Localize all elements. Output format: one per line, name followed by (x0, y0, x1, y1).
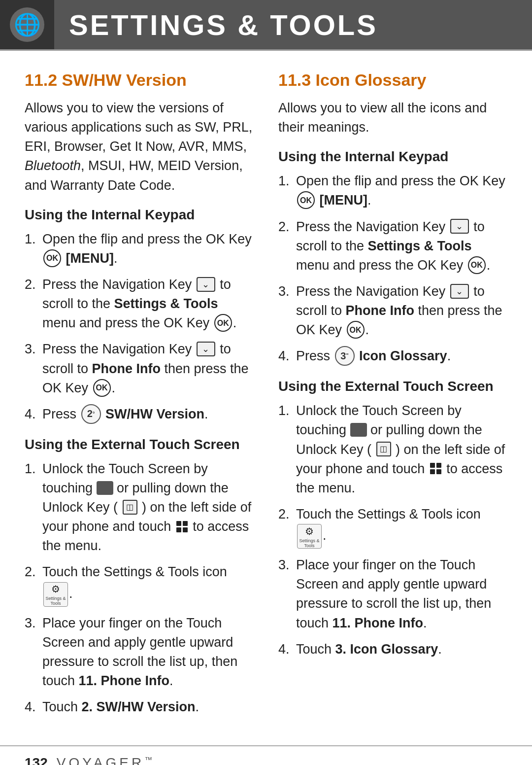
nav-key-icon: ⌄ (450, 219, 469, 234)
list-item: 2. Press the Navigation Key ⌄ to scroll … (278, 217, 507, 275)
list-item: 1. Open the flip and press the OK Key OK… (25, 230, 254, 268)
list-item: 1. Unlock the Touch Screen by touching o… (25, 459, 254, 556)
internal-keypad-list-left: 1. Open the flip and press the OK Key OK… (25, 230, 254, 425)
list-item: 3. Press the Navigation Key ⌄ to scroll … (278, 282, 507, 340)
main-content: 11.2 SW/HW Version Allows you to view th… (0, 51, 532, 765)
internal-keypad-heading-right: Using the Internal Keypad (278, 149, 507, 165)
unlock-key-icon: ◫ (376, 442, 391, 456)
settings-tools-icon: ⚙Settings &Tools (43, 582, 68, 607)
ok-icon: OK (347, 321, 365, 339)
header-title-box: SETTINGS & TOOLS (54, 0, 532, 49)
num2-key-icon: 2° (81, 404, 101, 424)
settings-tools-icon: ⚙Settings &Tools (297, 524, 322, 549)
external-touch-heading-left: Using the External Touch Screen (25, 437, 254, 452)
internal-keypad-list-right: 1. Open the flip and press the OK Key OK… (278, 172, 507, 367)
external-touch-heading-right: Using the External Touch Screen (278, 379, 507, 394)
nav-key-icon: ⌄ (197, 277, 215, 292)
right-column: 11.3 Icon Glossary Allows you to view al… (278, 70, 507, 727)
brand-name: VOYAGER™ (57, 755, 155, 765)
page-title: SETTINGS & TOOLS (69, 8, 378, 41)
list-item: 2. Press the Navigation Key ⌄ to scroll … (25, 275, 254, 333)
touch-icon (350, 423, 367, 437)
list-item: 1. Open the flip and press the OK Key OK… (278, 172, 507, 210)
grid-icon (430, 463, 441, 474)
list-item: 4. Touch 3. Icon Glossary. (278, 640, 507, 659)
unlock-key-icon: ◫ (123, 500, 137, 515)
italic-bluetooth: Bluetooth (25, 158, 81, 173)
section-heading-left: 11.2 SW/HW Version (25, 70, 254, 90)
list-item: 3. Place your finger on the Touch Screen… (278, 556, 507, 633)
section-intro-right: Allows you to view all the icons and the… (278, 99, 507, 137)
list-item: 1. Unlock the Touch Screen by touching o… (278, 401, 507, 498)
ok-icon: OK (214, 314, 232, 332)
list-item: 3. Press the Navigation Key ⌄ to scroll … (25, 340, 254, 397)
internal-keypad-heading-left: Using the Internal Keypad (25, 207, 254, 223)
ok-icon: OK (468, 256, 486, 274)
left-column: 11.2 SW/HW Version Allows you to view th… (25, 70, 254, 727)
ok-icon: OK (93, 379, 111, 397)
grid-icon (176, 521, 188, 532)
page-header: 🌐 SETTINGS & TOOLS (0, 0, 532, 51)
section-intro-left: Allows you to view the versions of vario… (25, 99, 254, 195)
list-item: 4. Touch 2. SW/HW Version. (25, 697, 254, 717)
list-item: 2. Touch the Settings & Tools icon ⚙Sett… (25, 562, 254, 606)
header-icon-box: 🌐 (0, 0, 54, 49)
nav-key-icon: ⌄ (450, 284, 469, 299)
touch-icon (97, 481, 113, 495)
globe-icon: 🌐 (10, 7, 44, 42)
num3-key-icon: 3" (335, 346, 355, 366)
section-heading-right: 11.3 Icon Glossary (278, 70, 507, 90)
ok-menu-icon: OK (297, 191, 315, 209)
list-item: 3. Place your finger on the Touch Screen… (25, 614, 254, 691)
footer: 132 VOYAGER™ (25, 755, 507, 765)
external-touch-list-left: 1. Unlock the Touch Screen by touching o… (25, 459, 254, 717)
list-item: 2. Touch the Settings & Tools icon ⚙Sett… (278, 505, 507, 549)
ok-menu-icon: OK (43, 249, 61, 267)
nav-key-icon: ⌄ (197, 342, 215, 356)
external-touch-list-right: 1. Unlock the Touch Screen by touching o… (278, 401, 507, 659)
page-number: 132 (25, 755, 48, 765)
list-item: 4. Press 2° SW/HW Version. (25, 405, 254, 425)
list-item: 4. Press 3" Icon Glossary. (278, 347, 507, 367)
bottom-divider (0, 745, 532, 746)
